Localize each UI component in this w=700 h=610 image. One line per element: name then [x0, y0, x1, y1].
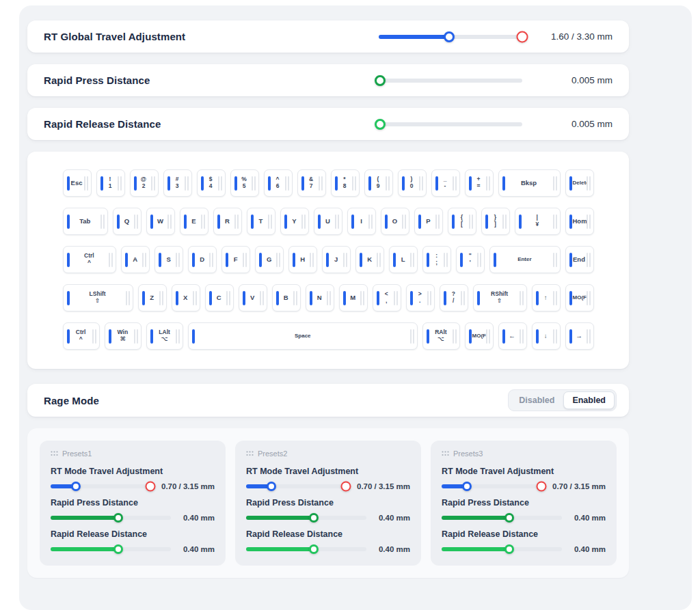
- key-sym[interactable]: "': [456, 246, 485, 273]
- slider-handle[interactable]: [71, 482, 81, 491]
- key-sym[interactable]: Win⌘: [105, 322, 142, 350]
- key-sym[interactable]: ↓: [532, 322, 561, 350]
- slider-handle[interactable]: [504, 513, 514, 523]
- key-i[interactable]: I: [347, 208, 376, 235]
- key-d[interactable]: D: [188, 246, 217, 273]
- key-a[interactable]: A: [121, 246, 150, 273]
- key-sym[interactable]: RAlt⌥: [422, 322, 459, 350]
- key-home[interactable]: Home: [565, 208, 594, 235]
- key-3[interactable]: #3: [163, 169, 192, 197]
- slider-handle[interactable]: [113, 513, 123, 523]
- key-sym[interactable]: >.: [406, 284, 435, 311]
- rage-mode-disabled-button[interactable]: Disabled: [510, 391, 563, 409]
- key-h[interactable]: H: [288, 246, 317, 273]
- key-5[interactable]: %5: [230, 169, 259, 197]
- preset-slider[interactable]: [246, 484, 346, 488]
- key-r[interactable]: R: [213, 208, 242, 235]
- slider-handle[interactable]: [462, 482, 472, 491]
- key-sym[interactable]: +=: [465, 169, 494, 197]
- key-4[interactable]: $4: [197, 169, 226, 197]
- key-f[interactable]: F: [221, 246, 250, 273]
- key-g[interactable]: G: [255, 246, 284, 273]
- key-sym[interactable]: _-: [431, 169, 460, 197]
- key-sym[interactable]: ←: [498, 322, 527, 350]
- key-1[interactable]: !1: [96, 169, 125, 197]
- key-sym[interactable]: |¥: [515, 208, 561, 235]
- slider-max-handle[interactable]: [146, 482, 156, 492]
- key-0[interactable]: )0: [398, 169, 427, 197]
- key-s[interactable]: S: [154, 246, 183, 273]
- key-sym[interactable]: Ctrl^: [63, 246, 117, 273]
- key-sym[interactable]: }]: [481, 208, 510, 235]
- preset-slider[interactable]: [51, 516, 171, 520]
- preset-slider[interactable]: [246, 516, 366, 520]
- key-sym[interactable]: ↑: [532, 284, 561, 311]
- key-y[interactable]: Y: [280, 208, 309, 235]
- slider-max-handle[interactable]: [341, 482, 351, 492]
- key-enter[interactable]: Enter: [489, 246, 560, 273]
- key-sym[interactable]: Ctrl^: [63, 322, 100, 350]
- key-9[interactable]: (9: [364, 169, 393, 197]
- slider-handle[interactable]: [309, 544, 319, 554]
- key-j[interactable]: J: [322, 246, 351, 273]
- key-sym[interactable]: {[: [448, 208, 476, 235]
- key-b[interactable]: B: [272, 284, 301, 311]
- key-c[interactable]: C: [205, 284, 234, 311]
- key-sym[interactable]: →: [565, 322, 594, 350]
- key-n[interactable]: N: [306, 284, 334, 311]
- rapid-press-distance-slider[interactable]: [379, 79, 522, 83]
- key-k[interactable]: K: [355, 246, 384, 273]
- key-e[interactable]: E: [180, 208, 208, 235]
- preset-slider[interactable]: [51, 484, 150, 488]
- key-u[interactable]: U: [314, 208, 342, 235]
- key-mo(fn)[interactable]: MO(Fn): [465, 322, 494, 350]
- key-x[interactable]: X: [172, 284, 200, 311]
- rage-mode-enabled-button[interactable]: Enabled: [563, 391, 615, 409]
- key-sym[interactable]: LShift⇧: [63, 284, 133, 311]
- slider-handle[interactable]: [444, 31, 455, 42]
- rt-global-travel-slider[interactable]: [379, 35, 522, 39]
- slider-handle[interactable]: [309, 513, 319, 523]
- key-t[interactable]: T: [247, 208, 275, 235]
- preset-slider[interactable]: [442, 516, 562, 520]
- preset-slider[interactable]: [246, 547, 366, 551]
- key-end[interactable]: End: [565, 246, 594, 273]
- key-sym[interactable]: <,: [373, 284, 401, 311]
- drag-handle-icon[interactable]: [51, 451, 58, 456]
- key-8[interactable]: *8: [331, 169, 360, 197]
- slider-handle[interactable]: [504, 544, 514, 554]
- drag-handle-icon[interactable]: [442, 451, 449, 456]
- key-v[interactable]: V: [239, 284, 267, 311]
- key-6[interactable]: ^6: [264, 169, 293, 197]
- key-sym[interactable]: :;: [422, 246, 451, 273]
- key-2[interactable]: @2: [130, 169, 159, 197]
- key-m[interactable]: M: [339, 284, 368, 311]
- key-sym[interactable]: RShift⇧: [473, 284, 527, 311]
- preset-slider[interactable]: [442, 547, 562, 551]
- key-esc[interactable]: Esc: [63, 169, 92, 197]
- slider-handle[interactable]: [113, 544, 123, 554]
- key-7[interactable]: &7: [297, 169, 326, 197]
- key-bksp[interactable]: Bksp: [498, 169, 561, 197]
- key-space[interactable]: Space: [188, 322, 418, 350]
- preset-slider[interactable]: [51, 547, 171, 551]
- slider-max-handle[interactable]: [517, 31, 528, 42]
- key-o[interactable]: O: [381, 208, 409, 235]
- drag-handle-icon[interactable]: [246, 451, 254, 456]
- key-q[interactable]: Q: [113, 208, 142, 235]
- key-tab[interactable]: Tab: [63, 208, 109, 235]
- key-p[interactable]: P: [414, 208, 443, 235]
- slider-handle[interactable]: [267, 482, 276, 491]
- key-sym[interactable]: LAlt⌥: [146, 322, 183, 350]
- key-mo(fn)[interactable]: MO(Fn): [565, 284, 594, 311]
- key-l[interactable]: L: [389, 246, 418, 273]
- key-delete[interactable]: Delete: [565, 169, 594, 197]
- slider-handle[interactable]: [375, 119, 386, 130]
- rapid-release-distance-slider[interactable]: [379, 122, 522, 126]
- key-w[interactable]: W: [146, 208, 175, 235]
- key-sym[interactable]: ?/: [440, 284, 468, 311]
- key-z[interactable]: Z: [138, 284, 167, 311]
- slider-handle[interactable]: [375, 75, 386, 86]
- preset-slider[interactable]: [442, 484, 541, 488]
- slider-max-handle[interactable]: [537, 482, 547, 492]
